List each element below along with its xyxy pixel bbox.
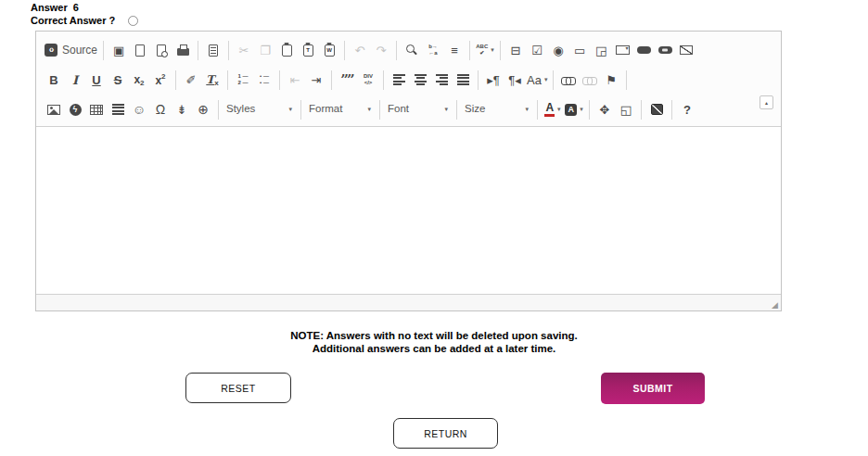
templates-button[interactable]: [203, 39, 223, 61]
answer-editor-page: Answer 6 Correct Answer ? ‹›Source▣✂❐TW↶…: [0, 0, 868, 456]
text-field-button[interactable]: ▭: [569, 39, 590, 61]
hidden-field-icon: [680, 45, 693, 55]
copy-formatting-icon: ✐: [186, 74, 197, 86]
decrease-indent-icon: ⇤: [290, 74, 300, 86]
strikethrough-button[interactable]: S: [108, 69, 128, 91]
source-button[interactable]: ‹›Source: [44, 39, 98, 61]
maximize-button[interactable]: ✥: [594, 98, 615, 120]
superscript-button[interactable]: x2: [150, 69, 171, 91]
resize-handle-icon[interactable]: ◢: [772, 301, 778, 310]
toolbar-separator: [500, 41, 501, 60]
align-center-icon: [415, 74, 427, 85]
templates-icon: [209, 44, 218, 57]
flash-button[interactable]: ϟ: [65, 98, 85, 120]
remove-format-button[interactable]: Tx: [202, 69, 223, 91]
spell-check-button[interactable]: ABC✔▾: [475, 39, 495, 61]
size-dropdown[interactable]: Size▾: [462, 98, 532, 120]
new-page-button[interactable]: [130, 39, 150, 61]
button-button[interactable]: [633, 39, 654, 61]
collapse-toolbar-button[interactable]: ▴: [760, 95, 773, 109]
background-color-icon: A: [565, 104, 577, 116]
bulleted-list-button[interactable]: • —• —: [254, 69, 274, 91]
editor-content-area[interactable]: [36, 127, 781, 294]
paste-button[interactable]: [276, 39, 297, 61]
image-button[interactable]: [44, 98, 64, 120]
format-dropdown[interactable]: Format▾: [306, 98, 375, 120]
underline-button[interactable]: U: [86, 69, 107, 91]
show-blocks-button[interactable]: ◱: [616, 98, 636, 120]
print-icon: [177, 48, 189, 56]
language-button[interactable]: Aa▾: [526, 69, 548, 91]
table-button[interactable]: [86, 98, 107, 120]
toolbar-separator: [456, 100, 457, 120]
image-button-button[interactable]: [655, 39, 675, 61]
numbered-list-button[interactable]: 1 —2 —: [233, 69, 253, 91]
align-left-button[interactable]: [389, 69, 409, 91]
smiley-button[interactable]: ☺: [129, 98, 149, 120]
about-button[interactable]: [646, 98, 667, 120]
copy-formatting-button[interactable]: ✐: [181, 69, 201, 91]
form-icon: ⊟: [511, 44, 521, 57]
correct-answer-row: Correct Answer ?: [31, 15, 138, 26]
remove-format-icon: Tx: [206, 74, 218, 85]
replace-button[interactable]: b→←a: [423, 39, 443, 61]
print-button[interactable]: [172, 39, 193, 61]
link-button[interactable]: [558, 69, 579, 91]
align-center-button[interactable]: [410, 69, 430, 91]
preview-icon: [157, 44, 166, 57]
anchor-button[interactable]: ⚑: [601, 69, 621, 91]
toolbar-separator: [641, 100, 642, 120]
checkbox-button[interactable]: ☑: [527, 39, 547, 61]
toolbar-separator: [175, 70, 176, 90]
text-color-button[interactable]: A▾: [542, 98, 563, 120]
subscript-button[interactable]: x2: [129, 69, 149, 91]
paste-as-plain-text-button[interactable]: T: [298, 39, 318, 61]
preview-button[interactable]: [151, 39, 172, 61]
text-direction-rtl-icon: ¶◂: [508, 74, 521, 86]
horizontal-rule-button[interactable]: [108, 98, 128, 120]
paste-from-word-button[interactable]: W: [319, 39, 339, 61]
caret-down-icon: ▾: [525, 106, 529, 113]
special-character-button[interactable]: Ω: [150, 98, 171, 120]
font-dropdown[interactable]: Font▾: [385, 98, 452, 120]
selection-field-button[interactable]: [612, 39, 632, 61]
find-button[interactable]: [402, 39, 422, 61]
text-direction-rtl-button[interactable]: ¶◂: [504, 69, 525, 91]
radio-button-button[interactable]: ◉: [548, 39, 568, 61]
background-color-button[interactable]: A▾: [564, 98, 584, 120]
iframe-button[interactable]: ⊕: [193, 98, 213, 120]
submit-button[interactable]: SUBMIT: [601, 373, 705, 404]
align-right-button[interactable]: [431, 69, 452, 91]
redo-icon: ↷: [377, 44, 387, 57]
text-direction-ltr-button[interactable]: ▸¶: [483, 69, 504, 91]
image-button-icon: [658, 46, 672, 54]
bold-button[interactable]: B: [44, 69, 64, 91]
blockquote-button[interactable]: ””: [337, 69, 357, 91]
increase-indent-button[interactable]: ⇥: [306, 69, 326, 91]
caret-down-icon: ▾: [288, 106, 292, 113]
correct-answer-radio[interactable]: [128, 16, 138, 26]
about-icon: [651, 104, 663, 115]
return-button[interactable]: RETURN: [393, 418, 498, 449]
form-button[interactable]: ⊟: [505, 39, 526, 61]
help-button[interactable]: ?: [677, 98, 697, 120]
justify-button[interactable]: [453, 69, 473, 91]
text-direction-ltr-icon: ▸¶: [487, 74, 500, 86]
reset-button[interactable]: RESET: [185, 373, 291, 403]
copy-button: ❐: [255, 39, 275, 61]
toolbar-separator: [671, 100, 672, 120]
copy-icon: ❐: [260, 44, 271, 57]
flash-icon: ϟ: [70, 104, 82, 116]
textarea-button[interactable]: ◲: [591, 39, 611, 61]
italic-button[interactable]: I: [65, 69, 85, 91]
toolbar-separator: [626, 70, 627, 90]
toolbar-separator: [198, 41, 198, 60]
styles-dropdown[interactable]: Styles▾: [223, 98, 296, 120]
hidden-field-button[interactable]: [676, 39, 696, 61]
toolbar-separator: [469, 41, 470, 60]
div-container-button[interactable]: DIV</>: [358, 69, 378, 91]
page-break-button[interactable]: ⇟: [172, 98, 192, 120]
select-all-button[interactable]: ≡: [444, 39, 465, 61]
save-button[interactable]: ▣: [108, 39, 129, 61]
note-line-1: NOTE: Answers with no text will be delet…: [0, 329, 868, 342]
